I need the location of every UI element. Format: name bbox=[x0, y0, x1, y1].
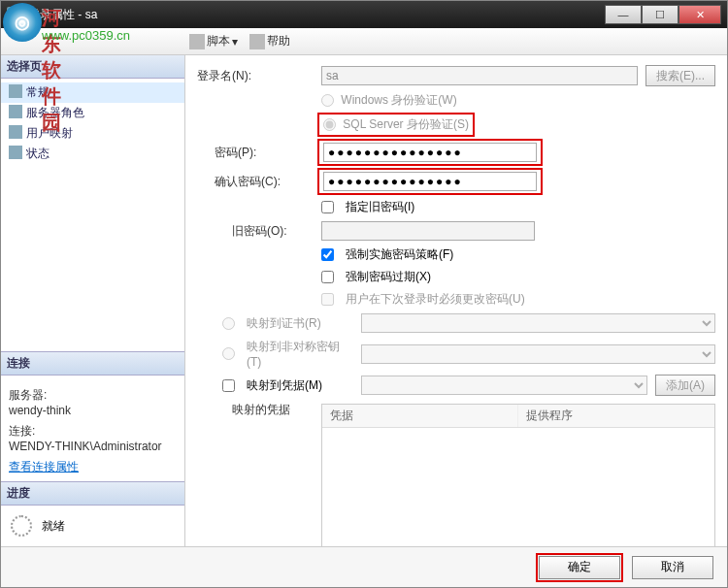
nav-list: 常规 服务器角色 用户映射 状态 bbox=[1, 79, 184, 168]
sql-auth-highlight: SQL Server 身份验证(S) bbox=[317, 113, 475, 137]
cred-header: 凭据 提供程序 bbox=[322, 405, 714, 428]
script-icon bbox=[189, 34, 205, 49]
conn-label: 连接: bbox=[9, 423, 177, 440]
map-cert-select bbox=[361, 313, 715, 333]
row-auth-windows: Windows 身份验证(W) bbox=[197, 92, 715, 109]
map-cred-select bbox=[361, 376, 647, 395]
login-name-label: 登录名(N): bbox=[197, 68, 314, 84]
specify-old-label: 指定旧密码(I) bbox=[346, 199, 414, 215]
spinner-icon bbox=[11, 515, 32, 537]
progress-body: 就绪 bbox=[1, 506, 184, 546]
map-asym-radio bbox=[222, 347, 235, 360]
confirm-label: 确认密码(C): bbox=[197, 174, 314, 190]
enforce-expire-label: 强制密码过期(X) bbox=[346, 269, 431, 285]
confirm-input[interactable] bbox=[323, 172, 537, 191]
sql-auth-label: SQL Server 身份验证(S) bbox=[343, 117, 469, 131]
cred-col-credential: 凭据 bbox=[322, 405, 518, 427]
confirm-highlight bbox=[317, 168, 543, 195]
row-specify-old: 指定旧密码(I) bbox=[197, 199, 715, 215]
row-password: 密码(P): bbox=[197, 141, 715, 164]
must-change-checkbox bbox=[321, 293, 334, 306]
nav-header: 选择页 bbox=[1, 55, 184, 79]
windows-auth-label: Windows 身份验证(W) bbox=[341, 93, 456, 107]
enforce-expire-checkbox[interactable] bbox=[321, 271, 334, 283]
nav-item-status[interactable]: 状态 bbox=[1, 144, 184, 164]
row-auth-sql: SQL Server 身份验证(S) bbox=[197, 114, 715, 135]
must-change-label: 用户在下次登录时必须更改密码(U) bbox=[346, 291, 525, 308]
close-button[interactable]: ✕ bbox=[678, 5, 721, 24]
mapped-cred-label: 映射的凭据 bbox=[197, 402, 314, 418]
specify-old-checkbox[interactable] bbox=[321, 201, 334, 213]
toolbar-help[interactable]: 帮助 bbox=[246, 31, 294, 51]
password-label: 密码(P): bbox=[197, 145, 314, 161]
dialog-footer: 确定 取消 bbox=[1, 546, 727, 587]
nav-spacer bbox=[1, 168, 184, 351]
password-highlight bbox=[317, 139, 543, 166]
nav-item-server-roles[interactable]: 服务器角色 bbox=[1, 103, 184, 123]
add-button: 添加(A) bbox=[655, 375, 715, 396]
row-must-change: 用户在下次登录时必须更改密码(U) bbox=[197, 291, 715, 308]
help-icon bbox=[249, 34, 265, 49]
window-title: 登录属性 - sa bbox=[28, 7, 605, 23]
maximize-button[interactable]: ☐ bbox=[642, 5, 678, 24]
dialog-body: 选择页 常规 服务器角色 用户映射 状态 连接 服务器: wendy-think… bbox=[1, 55, 727, 546]
minimize-button[interactable]: — bbox=[605, 5, 642, 24]
view-connection-link[interactable]: 查看连接属性 bbox=[9, 459, 177, 475]
row-enforce-policy: 强制实施密码策略(F) bbox=[197, 246, 715, 263]
toolbar-help-label: 帮助 bbox=[267, 33, 290, 49]
cancel-button[interactable]: 取消 bbox=[632, 556, 713, 579]
connection-header: 连接 bbox=[1, 351, 184, 376]
row-map-cred: 映射到凭据(M) 添加(A) bbox=[197, 375, 715, 396]
row-map-asym: 映射到非对称密钥(T) bbox=[197, 339, 715, 369]
old-pw-input bbox=[321, 221, 535, 241]
toolbar: 脚本 ▾ 帮助 bbox=[1, 28, 727, 55]
row-old-pw: 旧密码(O): bbox=[197, 221, 715, 241]
toolbar-script[interactable]: 脚本 ▾ bbox=[185, 31, 242, 51]
row-login-name: 登录名(N): 搜索(E)... bbox=[197, 65, 715, 86]
server-value: wendy-think bbox=[9, 404, 177, 417]
toolbar-script-label: 脚本 bbox=[207, 33, 230, 49]
nav-item-user-mapping[interactable]: 用户映射 bbox=[1, 123, 184, 144]
row-map-cert: 映射到证书(R) bbox=[197, 313, 715, 333]
right-pane: 登录名(N): 搜索(E)... Windows 身份验证(W) SQL Ser… bbox=[185, 55, 727, 546]
credentials-grid[interactable]: 凭据 提供程序 bbox=[321, 404, 715, 549]
old-pw-label: 旧密码(O): bbox=[197, 223, 314, 240]
dialog-window: ◎ 河东软件园 www.pc0359.cn 登录属性 - sa — ☐ ✕ 脚本… bbox=[0, 0, 728, 588]
nav-item-general[interactable]: 常规 bbox=[1, 82, 184, 103]
progress-status: 就绪 bbox=[42, 518, 65, 535]
ok-button[interactable]: 确定 bbox=[539, 556, 620, 579]
row-enforce-expire: 强制密码过期(X) bbox=[197, 269, 715, 285]
search-button: 搜索(E)... bbox=[645, 65, 715, 86]
windows-auth-option: Windows 身份验证(W) bbox=[321, 92, 457, 109]
app-icon bbox=[7, 7, 22, 22]
map-cred-label: 映射到凭据(M) bbox=[247, 377, 353, 394]
map-cred-checkbox[interactable] bbox=[222, 379, 235, 392]
connection-body: 服务器: wendy-think 连接: WENDY-THINK\Adminis… bbox=[1, 376, 184, 481]
dropdown-arrow-icon: ▾ bbox=[232, 35, 238, 49]
window-buttons: — ☐ ✕ bbox=[605, 5, 721, 24]
conn-value: WENDY-THINK\Administrator bbox=[9, 440, 177, 453]
left-pane: 选择页 常规 服务器角色 用户映射 状态 连接 服务器: wendy-think… bbox=[1, 55, 185, 546]
login-name-input bbox=[321, 66, 638, 85]
map-cert-label: 映射到证书(R) bbox=[247, 315, 353, 332]
cred-col-provider: 提供程序 bbox=[518, 405, 714, 427]
server-label: 服务器: bbox=[9, 387, 177, 404]
enforce-policy-checkbox[interactable] bbox=[321, 248, 334, 261]
map-cert-radio bbox=[222, 317, 235, 330]
enforce-policy-label: 强制实施密码策略(F) bbox=[346, 246, 453, 263]
row-confirm: 确认密码(C): bbox=[197, 170, 715, 193]
password-input[interactable] bbox=[323, 143, 537, 162]
windows-auth-radio bbox=[321, 94, 334, 107]
progress-header: 进度 bbox=[1, 481, 184, 506]
sql-auth-radio bbox=[323, 118, 336, 131]
titlebar: 登录属性 - sa — ☐ ✕ bbox=[1, 1, 727, 28]
map-asym-select bbox=[361, 344, 715, 364]
map-asym-label: 映射到非对称密钥(T) bbox=[247, 339, 353, 369]
